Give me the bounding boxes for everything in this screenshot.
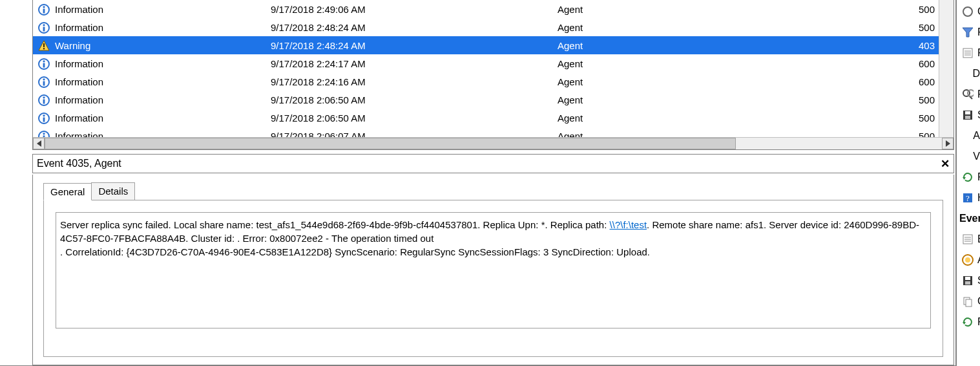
- props-icon: [962, 233, 974, 245]
- event-id: 500: [893, 0, 939, 18]
- action-label: F: [977, 27, 980, 38]
- main-column: Information9/17/2018 2:49:06 AMAgent500I…: [0, 0, 956, 366]
- action-item[interactable]: A: [957, 250, 980, 270]
- event-id: 500: [893, 18, 939, 36]
- actions-section-header: Event: [957, 208, 980, 229]
- event-message[interactable]: Server replica sync failed. Local share …: [56, 212, 931, 328]
- table-row[interactable]: Information9/17/2018 2:24:16 AMAgent600: [33, 72, 954, 91]
- close-icon[interactable]: ✕: [941, 157, 950, 171]
- event-id: 600: [893, 72, 939, 91]
- action-item[interactable]: D: [957, 63, 980, 84]
- warning-icon: [38, 40, 50, 52]
- tab-general[interactable]: General: [43, 183, 92, 200]
- action-item[interactable]: E: [957, 229, 980, 250]
- table-row[interactable]: Information9/17/2018 2:49:06 AMAgent500: [33, 0, 954, 18]
- event-date: 9/17/2018 2:06:50 AM: [268, 91, 555, 109]
- event-list-body[interactable]: Information9/17/2018 2:49:06 AMAgent500I…: [33, 0, 954, 137]
- action-item[interactable]: V: [957, 146, 980, 167]
- table-row[interactable]: Information9/17/2018 2:48:24 AMAgent500: [33, 18, 954, 36]
- event-source: Agent: [555, 36, 893, 54]
- event-source: Agent: [555, 91, 893, 109]
- event-list-frame: Information9/17/2018 2:49:06 AMAgent500I…: [32, 0, 954, 150]
- event-level: Information: [52, 0, 268, 18]
- table-row[interactable]: Information9/17/2018 2:06:07 AMAgent500: [33, 127, 954, 137]
- event-date: 9/17/2018 2:24:17 AM: [268, 54, 555, 72]
- event-level: Information: [52, 91, 268, 109]
- event-id: 403: [893, 36, 939, 54]
- copy-icon: [962, 296, 974, 307]
- event-id: 500: [893, 109, 939, 127]
- action-label: R: [977, 316, 980, 328]
- scroll-right-button[interactable]: [942, 138, 954, 149]
- information-icon: [38, 22, 50, 34]
- action-label: H: [977, 192, 980, 204]
- action-label: V: [973, 151, 980, 162]
- event-level: Warning: [52, 36, 268, 54]
- table-row[interactable]: Warning9/17/2018 2:48:24 AMAgent403: [33, 36, 954, 54]
- table-row[interactable]: Information9/17/2018 2:06:50 AMAgent500: [33, 109, 954, 127]
- action-label: S: [977, 275, 980, 286]
- action-item[interactable]: C: [957, 1, 980, 22]
- action-label: S: [977, 109, 980, 121]
- event-id: 500: [893, 127, 939, 137]
- event-level: Information: [52, 54, 268, 72]
- scroll-track[interactable]: [45, 138, 942, 149]
- event-level: Information: [52, 18, 268, 36]
- event-source: Agent: [555, 127, 893, 137]
- action-item[interactable]: S: [957, 270, 980, 291]
- scroll-thumb[interactable]: [45, 138, 736, 149]
- event-date: 9/17/2018 2:06:50 AM: [268, 109, 555, 127]
- action-item[interactable]: P: [957, 43, 980, 63]
- event-date: 9/17/2018 2:49:06 AM: [268, 0, 555, 18]
- action-item[interactable]: S: [957, 105, 980, 125]
- event-source: Agent: [555, 54, 893, 72]
- action-label: C: [977, 6, 980, 17]
- action-item[interactable]: C: [957, 291, 980, 312]
- detail-header: Event 4035, Agent ✕: [32, 154, 954, 173]
- find-icon: [962, 89, 974, 100]
- help-icon: [962, 192, 974, 204]
- replica-path-link[interactable]: \\?\f:\test: [610, 219, 647, 230]
- action-label: A: [977, 254, 980, 266]
- refresh-icon: [962, 171, 974, 183]
- table-row[interactable]: Information9/17/2018 2:24:17 AMAgent600: [33, 54, 954, 72]
- actions-sidebar: CFPDFSAVRHEventEASCR: [956, 0, 980, 366]
- tab-details[interactable]: Details: [91, 182, 135, 200]
- information-icon: [38, 131, 50, 137]
- information-icon: [38, 113, 50, 124]
- action-label: A: [973, 130, 980, 142]
- action-item[interactable]: F: [957, 84, 980, 105]
- event-source: Agent: [555, 0, 893, 18]
- information-icon: [38, 94, 50, 106]
- props-icon: [962, 47, 974, 59]
- action-label: P: [977, 47, 980, 59]
- action-item[interactable]: R: [957, 167, 980, 188]
- detail-title: Event 4035, Agent: [37, 158, 941, 169]
- horizontal-scrollbar[interactable]: [33, 137, 954, 149]
- action-item[interactable]: F: [957, 22, 980, 43]
- task-icon: [962, 254, 974, 266]
- event-date: 9/17/2018 2:48:24 AM: [268, 18, 555, 36]
- action-label: C: [977, 296, 980, 307]
- msg-text-1: Server replica sync failed. Local share …: [60, 219, 610, 230]
- scroll-left-button[interactable]: [33, 138, 45, 149]
- refresh-icon: [962, 316, 974, 328]
- action-item[interactable]: R: [957, 312, 980, 332]
- action-label: E: [977, 233, 980, 245]
- event-level: Information: [52, 109, 268, 127]
- table-row[interactable]: Information9/17/2018 2:06:50 AMAgent500: [33, 91, 954, 109]
- event-date: 9/17/2018 2:48:24 AM: [268, 36, 555, 54]
- information-icon: [38, 76, 50, 88]
- action-item[interactable]: H: [957, 188, 980, 208]
- vertical-scrollbar[interactable]: [939, 0, 954, 137]
- event-source: Agent: [555, 72, 893, 91]
- save-icon: [962, 109, 974, 121]
- event-id: 500: [893, 91, 939, 109]
- action-label: R: [977, 171, 980, 183]
- action-item[interactable]: A: [957, 125, 980, 146]
- msg-text-3: . CorrelationId: {4C3D7D26-C70A-4946-90E…: [60, 246, 650, 257]
- event-id: 600: [893, 54, 939, 72]
- event-level: Information: [52, 72, 268, 91]
- event-date: 9/17/2018 2:06:07 AM: [268, 127, 555, 137]
- detail-tab-area: General Details Server replica sync fail…: [32, 175, 954, 365]
